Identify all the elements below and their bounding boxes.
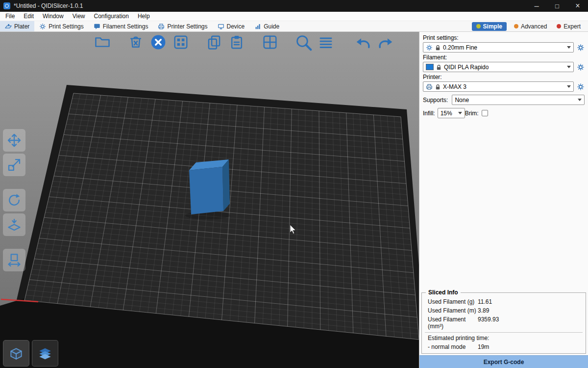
filament-gear-button[interactable] bbox=[577, 63, 585, 71]
chevron-down-icon bbox=[458, 112, 462, 114]
mode-switcher: Simple Advanced Expert bbox=[472, 21, 588, 31]
move-icon bbox=[7, 133, 22, 148]
mode-dot-icon bbox=[514, 24, 518, 28]
preview-view-button[interactable] bbox=[32, 340, 58, 367]
copy-icon bbox=[206, 34, 222, 50]
print-settings-gear-button[interactable] bbox=[577, 44, 585, 52]
printer-value: X-MAX 3 bbox=[443, 83, 466, 90]
mode-dot-icon bbox=[476, 24, 481, 28]
chevron-down-icon bbox=[567, 85, 571, 88]
menu-item-file[interactable]: File bbox=[1, 12, 19, 21]
place-on-face-icon bbox=[7, 217, 22, 232]
tab-label: Print Settings bbox=[49, 23, 83, 30]
3d-viewport[interactable] bbox=[0, 32, 419, 368]
printer-icon bbox=[426, 83, 433, 90]
delete-all-button[interactable] bbox=[149, 33, 168, 52]
plater-icon bbox=[5, 23, 12, 30]
sliced-info-row: - normal mode 19m bbox=[425, 342, 583, 351]
undo-icon bbox=[355, 34, 371, 51]
move-button[interactable] bbox=[3, 129, 25, 152]
sliced-info-title: Sliced Info bbox=[426, 289, 461, 296]
cube-front-face bbox=[189, 167, 223, 214]
menu-item-help[interactable]: Help bbox=[133, 12, 154, 21]
editor-view-button[interactable] bbox=[3, 340, 29, 367]
redo-icon bbox=[377, 34, 394, 51]
top-toolbar bbox=[93, 33, 395, 52]
tab-printer-settings[interactable]: Printer Settings bbox=[153, 21, 212, 31]
delete-button[interactable] bbox=[126, 33, 145, 52]
place-on-face-button[interactable] bbox=[3, 213, 25, 236]
tab-print-settings[interactable]: Print Settings bbox=[34, 21, 88, 31]
filament-color-swatch bbox=[426, 64, 434, 70]
print-settings-select[interactable]: 0.20mm Fine bbox=[423, 42, 574, 53]
settings-sidebar: Print settings: 0.20mm bbox=[419, 32, 588, 368]
scale-icon bbox=[7, 158, 22, 172]
filament-value: QIDI PLA Rapido bbox=[444, 64, 489, 71]
mode-label: Expert bbox=[564, 23, 581, 30]
search-button[interactable] bbox=[294, 33, 313, 52]
title-bar: *Untitled - QIDISlicer-1.0.1 ─ □ × bbox=[0, 0, 588, 12]
model-cube[interactable] bbox=[189, 159, 230, 214]
tab-bar: Plater Print Settings Filament Settings bbox=[0, 21, 588, 32]
brim-checkbox[interactable] bbox=[482, 110, 488, 116]
copy-button[interactable] bbox=[205, 33, 223, 52]
supports-value: None bbox=[455, 97, 469, 104]
mode-simple[interactable]: Simple bbox=[472, 22, 507, 31]
filament-select[interactable]: QIDI PLA Rapido bbox=[423, 62, 574, 72]
cube-side-face bbox=[222, 159, 230, 211]
guide-icon bbox=[254, 23, 261, 30]
menu-bar: File Edit Window View Configuration Help bbox=[0, 12, 588, 21]
sliced-info-panel: Sliced Info Used Filament (g) 11.61 Used… bbox=[421, 292, 586, 354]
printer-select[interactable]: X-MAX 3 bbox=[423, 81, 574, 92]
menu-item-view[interactable]: View bbox=[68, 12, 90, 21]
menu-item-configuration[interactable]: Configuration bbox=[90, 12, 133, 21]
layer-height-button[interactable] bbox=[317, 33, 335, 52]
chevron-down-icon bbox=[578, 99, 582, 101]
tab-plater[interactable]: Plater bbox=[0, 21, 34, 31]
chevron-down-icon bbox=[567, 66, 571, 68]
minimize-button[interactable]: ─ bbox=[526, 0, 547, 12]
arrange-icon bbox=[173, 34, 189, 50]
measure-button[interactable] bbox=[3, 249, 25, 271]
window-title: *Untitled - QIDISlicer-1.0.1 bbox=[14, 2, 83, 9]
preview-layers-icon bbox=[37, 345, 53, 361]
qidislicer-window: *Untitled - QIDISlicer-1.0.1 ─ □ × File … bbox=[0, 0, 588, 368]
close-button[interactable]: × bbox=[567, 0, 588, 12]
app-logo-icon bbox=[3, 2, 10, 9]
paste-button[interactable] bbox=[227, 33, 246, 52]
split-icon bbox=[262, 34, 278, 50]
printer-gear-button[interactable] bbox=[577, 83, 585, 91]
delete-all-icon bbox=[150, 34, 167, 51]
split-button[interactable] bbox=[261, 33, 279, 52]
mode-expert[interactable]: Expert bbox=[554, 22, 583, 31]
supports-select[interactable]: None bbox=[452, 95, 585, 105]
scale-button[interactable] bbox=[3, 154, 25, 176]
infill-select[interactable]: 15% bbox=[438, 108, 465, 118]
filament-label: Filament: bbox=[423, 54, 585, 61]
search-icon bbox=[294, 33, 312, 51]
arrange-button[interactable] bbox=[172, 33, 190, 52]
view-toggles bbox=[3, 340, 58, 367]
lock-icon bbox=[436, 64, 441, 70]
mode-advanced[interactable]: Advanced bbox=[512, 22, 549, 31]
gear-icon bbox=[577, 83, 585, 91]
tab-label: Filament Settings bbox=[103, 23, 148, 30]
lock-icon bbox=[435, 45, 441, 51]
undo-button[interactable] bbox=[354, 33, 372, 52]
redo-button[interactable] bbox=[376, 33, 395, 52]
export-gcode-button[interactable]: Export G-code bbox=[419, 355, 588, 368]
3d-editor-icon bbox=[8, 345, 24, 361]
open-button[interactable] bbox=[93, 33, 112, 52]
tab-label: Device bbox=[227, 23, 245, 30]
tab-filament-settings[interactable]: Filament Settings bbox=[89, 21, 153, 31]
measure-icon bbox=[7, 253, 22, 267]
tab-guide[interactable]: Guide bbox=[249, 21, 284, 31]
3d-scene[interactable] bbox=[0, 32, 419, 368]
maximize-button[interactable]: □ bbox=[547, 0, 567, 12]
tab-device[interactable]: Device bbox=[213, 21, 250, 31]
rotate-button[interactable] bbox=[3, 189, 25, 211]
menu-item-window[interactable]: Window bbox=[38, 12, 68, 21]
mode-dot-icon bbox=[557, 24, 561, 28]
menu-item-edit[interactable]: Edit bbox=[19, 12, 38, 21]
mode-label: Advanced bbox=[521, 23, 547, 30]
